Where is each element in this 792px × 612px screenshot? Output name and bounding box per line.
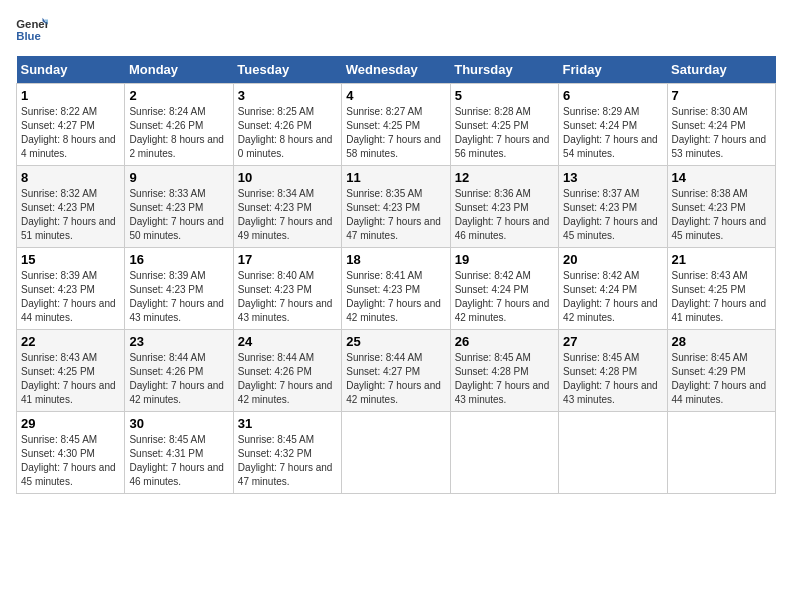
day-number: 30 xyxy=(129,416,228,431)
day-info: Sunrise: 8:36 AMSunset: 4:23 PMDaylight:… xyxy=(455,188,550,241)
day-number: 10 xyxy=(238,170,337,185)
calendar-cell: 2 Sunrise: 8:24 AMSunset: 4:26 PMDayligh… xyxy=(125,84,233,166)
day-number: 21 xyxy=(672,252,771,267)
col-header-friday: Friday xyxy=(559,56,667,84)
calendar-cell: 27 Sunrise: 8:45 AMSunset: 4:28 PMDaylig… xyxy=(559,330,667,412)
day-info: Sunrise: 8:45 AMSunset: 4:28 PMDaylight:… xyxy=(455,352,550,405)
logo-icon: General Blue xyxy=(16,16,48,44)
day-info: Sunrise: 8:39 AMSunset: 4:23 PMDaylight:… xyxy=(21,270,116,323)
col-header-sunday: Sunday xyxy=(17,56,125,84)
col-header-monday: Monday xyxy=(125,56,233,84)
day-number: 6 xyxy=(563,88,662,103)
day-number: 22 xyxy=(21,334,120,349)
calendar-cell: 3 Sunrise: 8:25 AMSunset: 4:26 PMDayligh… xyxy=(233,84,341,166)
day-info: Sunrise: 8:33 AMSunset: 4:23 PMDaylight:… xyxy=(129,188,224,241)
day-number: 5 xyxy=(455,88,554,103)
day-info: Sunrise: 8:45 AMSunset: 4:30 PMDaylight:… xyxy=(21,434,116,487)
day-number: 31 xyxy=(238,416,337,431)
calendar-cell: 18 Sunrise: 8:41 AMSunset: 4:23 PMDaylig… xyxy=(342,248,450,330)
calendar-cell xyxy=(667,412,775,494)
day-number: 20 xyxy=(563,252,662,267)
day-info: Sunrise: 8:24 AMSunset: 4:26 PMDaylight:… xyxy=(129,106,224,159)
calendar-cell xyxy=(342,412,450,494)
day-number: 4 xyxy=(346,88,445,103)
day-number: 13 xyxy=(563,170,662,185)
day-number: 16 xyxy=(129,252,228,267)
day-info: Sunrise: 8:43 AMSunset: 4:25 PMDaylight:… xyxy=(21,352,116,405)
calendar-cell xyxy=(450,412,558,494)
day-number: 9 xyxy=(129,170,228,185)
day-info: Sunrise: 8:28 AMSunset: 4:25 PMDaylight:… xyxy=(455,106,550,159)
day-number: 24 xyxy=(238,334,337,349)
day-number: 14 xyxy=(672,170,771,185)
calendar-cell: 12 Sunrise: 8:36 AMSunset: 4:23 PMDaylig… xyxy=(450,166,558,248)
calendar-cell: 29 Sunrise: 8:45 AMSunset: 4:30 PMDaylig… xyxy=(17,412,125,494)
calendar-cell: 23 Sunrise: 8:44 AMSunset: 4:26 PMDaylig… xyxy=(125,330,233,412)
calendar-cell: 6 Sunrise: 8:29 AMSunset: 4:24 PMDayligh… xyxy=(559,84,667,166)
calendar-cell: 25 Sunrise: 8:44 AMSunset: 4:27 PMDaylig… xyxy=(342,330,450,412)
calendar-cell: 9 Sunrise: 8:33 AMSunset: 4:23 PMDayligh… xyxy=(125,166,233,248)
day-number: 8 xyxy=(21,170,120,185)
day-info: Sunrise: 8:42 AMSunset: 4:24 PMDaylight:… xyxy=(455,270,550,323)
logo: General Blue xyxy=(16,16,48,44)
day-info: Sunrise: 8:29 AMSunset: 4:24 PMDaylight:… xyxy=(563,106,658,159)
day-number: 2 xyxy=(129,88,228,103)
day-info: Sunrise: 8:44 AMSunset: 4:26 PMDaylight:… xyxy=(129,352,224,405)
col-header-wednesday: Wednesday xyxy=(342,56,450,84)
day-number: 12 xyxy=(455,170,554,185)
calendar-cell: 22 Sunrise: 8:43 AMSunset: 4:25 PMDaylig… xyxy=(17,330,125,412)
day-info: Sunrise: 8:32 AMSunset: 4:23 PMDaylight:… xyxy=(21,188,116,241)
day-info: Sunrise: 8:30 AMSunset: 4:24 PMDaylight:… xyxy=(672,106,767,159)
day-info: Sunrise: 8:45 AMSunset: 4:32 PMDaylight:… xyxy=(238,434,333,487)
day-info: Sunrise: 8:41 AMSunset: 4:23 PMDaylight:… xyxy=(346,270,441,323)
day-info: Sunrise: 8:44 AMSunset: 4:26 PMDaylight:… xyxy=(238,352,333,405)
calendar-cell xyxy=(559,412,667,494)
day-number: 11 xyxy=(346,170,445,185)
day-number: 1 xyxy=(21,88,120,103)
day-number: 29 xyxy=(21,416,120,431)
day-number: 7 xyxy=(672,88,771,103)
calendar-cell: 20 Sunrise: 8:42 AMSunset: 4:24 PMDaylig… xyxy=(559,248,667,330)
day-info: Sunrise: 8:37 AMSunset: 4:23 PMDaylight:… xyxy=(563,188,658,241)
calendar-cell: 24 Sunrise: 8:44 AMSunset: 4:26 PMDaylig… xyxy=(233,330,341,412)
day-info: Sunrise: 8:45 AMSunset: 4:31 PMDaylight:… xyxy=(129,434,224,487)
calendar-cell: 8 Sunrise: 8:32 AMSunset: 4:23 PMDayligh… xyxy=(17,166,125,248)
calendar-cell: 19 Sunrise: 8:42 AMSunset: 4:24 PMDaylig… xyxy=(450,248,558,330)
calendar-cell: 10 Sunrise: 8:34 AMSunset: 4:23 PMDaylig… xyxy=(233,166,341,248)
calendar-cell: 11 Sunrise: 8:35 AMSunset: 4:23 PMDaylig… xyxy=(342,166,450,248)
day-info: Sunrise: 8:34 AMSunset: 4:23 PMDaylight:… xyxy=(238,188,333,241)
calendar-cell: 13 Sunrise: 8:37 AMSunset: 4:23 PMDaylig… xyxy=(559,166,667,248)
day-info: Sunrise: 8:27 AMSunset: 4:25 PMDaylight:… xyxy=(346,106,441,159)
day-number: 26 xyxy=(455,334,554,349)
page-header: General Blue xyxy=(16,16,776,44)
day-info: Sunrise: 8:44 AMSunset: 4:27 PMDaylight:… xyxy=(346,352,441,405)
day-info: Sunrise: 8:45 AMSunset: 4:28 PMDaylight:… xyxy=(563,352,658,405)
day-number: 19 xyxy=(455,252,554,267)
day-info: Sunrise: 8:25 AMSunset: 4:26 PMDaylight:… xyxy=(238,106,333,159)
calendar-cell: 17 Sunrise: 8:40 AMSunset: 4:23 PMDaylig… xyxy=(233,248,341,330)
svg-text:Blue: Blue xyxy=(16,30,41,42)
day-number: 28 xyxy=(672,334,771,349)
day-number: 23 xyxy=(129,334,228,349)
day-info: Sunrise: 8:38 AMSunset: 4:23 PMDaylight:… xyxy=(672,188,767,241)
calendar-cell: 4 Sunrise: 8:27 AMSunset: 4:25 PMDayligh… xyxy=(342,84,450,166)
calendar-cell: 28 Sunrise: 8:45 AMSunset: 4:29 PMDaylig… xyxy=(667,330,775,412)
calendar-cell: 21 Sunrise: 8:43 AMSunset: 4:25 PMDaylig… xyxy=(667,248,775,330)
day-info: Sunrise: 8:45 AMSunset: 4:29 PMDaylight:… xyxy=(672,352,767,405)
calendar-table: SundayMondayTuesdayWednesdayThursdayFrid… xyxy=(16,56,776,494)
calendar-cell: 16 Sunrise: 8:39 AMSunset: 4:23 PMDaylig… xyxy=(125,248,233,330)
day-number: 25 xyxy=(346,334,445,349)
day-number: 3 xyxy=(238,88,337,103)
calendar-cell: 30 Sunrise: 8:45 AMSunset: 4:31 PMDaylig… xyxy=(125,412,233,494)
day-number: 15 xyxy=(21,252,120,267)
col-header-saturday: Saturday xyxy=(667,56,775,84)
calendar-cell: 1 Sunrise: 8:22 AMSunset: 4:27 PMDayligh… xyxy=(17,84,125,166)
day-number: 27 xyxy=(563,334,662,349)
calendar-cell: 31 Sunrise: 8:45 AMSunset: 4:32 PMDaylig… xyxy=(233,412,341,494)
col-header-tuesday: Tuesday xyxy=(233,56,341,84)
day-info: Sunrise: 8:43 AMSunset: 4:25 PMDaylight:… xyxy=(672,270,767,323)
calendar-cell: 15 Sunrise: 8:39 AMSunset: 4:23 PMDaylig… xyxy=(17,248,125,330)
calendar-cell: 26 Sunrise: 8:45 AMSunset: 4:28 PMDaylig… xyxy=(450,330,558,412)
day-number: 17 xyxy=(238,252,337,267)
day-number: 18 xyxy=(346,252,445,267)
